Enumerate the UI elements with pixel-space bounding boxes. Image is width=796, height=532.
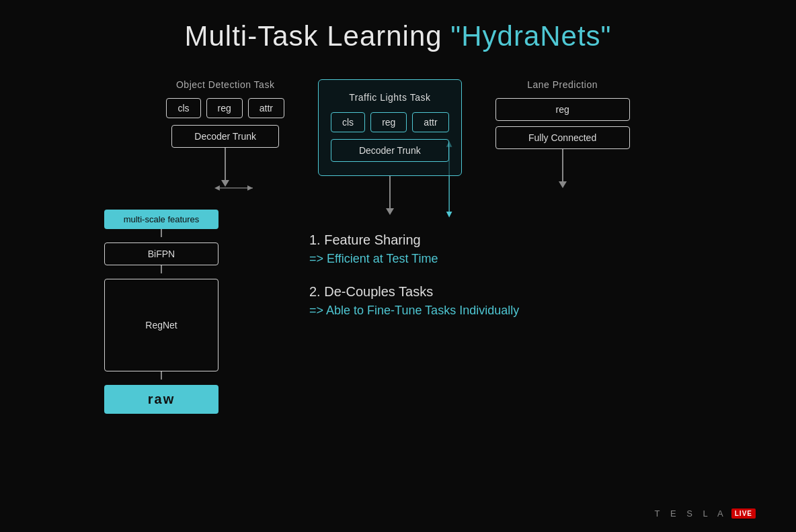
object-decoder-trunk: Decoder Trunk bbox=[171, 125, 279, 148]
lane-prediction-task: Lane Prediction reg Fully Connected bbox=[482, 79, 630, 183]
info-point-1: 1. Feature Sharing => Efficient at Test … bbox=[309, 230, 519, 268]
slide-title: Multi-Task Learning "HydraNets" bbox=[40, 20, 756, 52]
object-cls-pill: cls bbox=[166, 98, 200, 118]
slide: Multi-Task Learning "HydraNets" Object D… bbox=[0, 0, 796, 532]
info-point-2-sub: => Able to Fine-Tune Tasks Individually bbox=[309, 302, 519, 320]
traffic-cls-pill: cls bbox=[331, 112, 365, 132]
info-point-1-title: 1. Feature Sharing bbox=[309, 230, 519, 250]
traffic-attr-pill: attr bbox=[412, 112, 448, 132]
info-point-1-sub: => Efficient at Test Time bbox=[309, 250, 519, 268]
traffic-lights-label: Traffic Lights Task bbox=[331, 92, 449, 103]
traffic-reg-pill: reg bbox=[370, 112, 407, 132]
traffic-lights-box: Traffic Lights Task cls reg attr Decoder… bbox=[318, 79, 462, 176]
bifpn-box: BiFPN bbox=[104, 242, 218, 265]
multiscale-badge: multi-scale features bbox=[104, 210, 218, 229]
tesla-text: T E S L A bbox=[655, 508, 727, 519]
object-detection-label: Object Detection Task bbox=[176, 79, 274, 90]
regnet-box: RegNet bbox=[104, 279, 218, 371]
lane-reg-box: reg bbox=[495, 98, 630, 121]
object-attr-pill: attr bbox=[248, 98, 284, 118]
traffic-pills-row: cls reg attr bbox=[331, 112, 449, 132]
lane-fc-box: Fully Connected bbox=[495, 126, 630, 149]
info-point-2: 2. De-Couples Tasks => Able to Fine-Tune… bbox=[309, 281, 519, 320]
diagram-wrapper: Object Detection Task cls reg attr Decod… bbox=[40, 79, 756, 210]
object-detection-task: Object Detection Task cls reg attr Decod… bbox=[166, 79, 298, 181]
title-highlight: "HydraNets" bbox=[450, 20, 611, 52]
backbone-stack: multi-scale features BiFPN RegNet raw bbox=[94, 210, 229, 414]
info-point-2-title: 2. De-Couples Tasks bbox=[309, 281, 519, 302]
info-text-section: 1. Feature Sharing => Efficient at Test … bbox=[309, 230, 519, 414]
traffic-decoder-trunk: Decoder Trunk bbox=[331, 139, 449, 162]
lane-prediction-label: Lane Prediction bbox=[527, 79, 598, 90]
object-pills-row: cls reg attr bbox=[166, 98, 284, 118]
raw-badge: raw bbox=[104, 385, 218, 414]
footer: T E S L A LIVE bbox=[655, 508, 756, 519]
live-badge: LIVE bbox=[731, 508, 756, 519]
title-prefix: Multi-Task Learning bbox=[184, 20, 450, 52]
lane-boxes: reg Fully Connected bbox=[495, 98, 630, 149]
object-reg-pill: reg bbox=[206, 98, 243, 118]
traffic-lights-task: Traffic Lights Task cls reg attr Decoder… bbox=[318, 79, 462, 210]
